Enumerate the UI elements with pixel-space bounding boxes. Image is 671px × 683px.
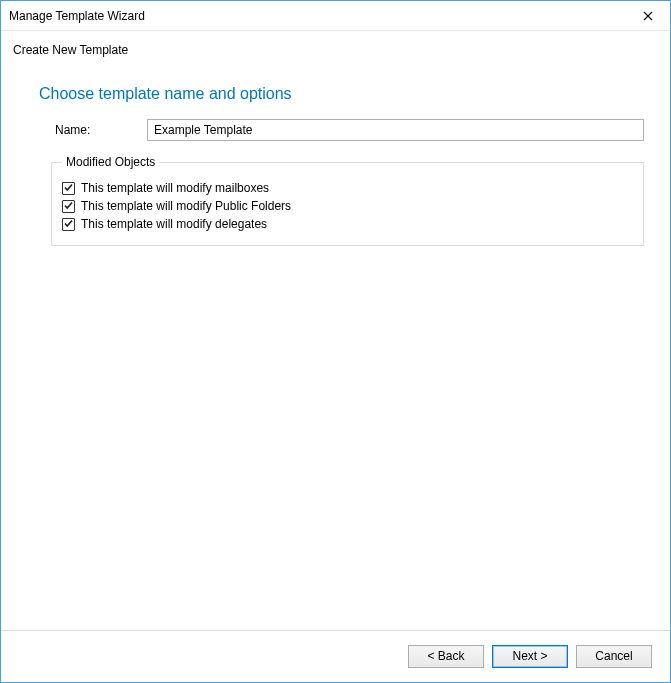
content-area: Choose template name and options Name: M… <box>1 57 670 630</box>
checkmark-icon <box>63 215 74 233</box>
check-label-mailboxes: This template will modify mailboxes <box>81 181 269 195</box>
close-button[interactable] <box>625 1 670 30</box>
footer: < Back Next > Cancel <box>1 630 670 682</box>
wizard-window: Manage Template Wizard Create New Templa… <box>0 0 671 683</box>
check-row-public-folders: This template will modify Public Folders <box>62 199 633 213</box>
name-label: Name: <box>55 123 147 137</box>
checkbox-mailboxes[interactable] <box>62 182 75 195</box>
check-label-public-folders: This template will modify Public Folders <box>81 199 291 213</box>
back-button[interactable]: < Back <box>408 645 484 668</box>
wizard-subtitle: Create New Template <box>1 31 670 57</box>
checkbox-public-folders[interactable] <box>62 200 75 213</box>
checkmark-icon <box>63 197 74 215</box>
cancel-button[interactable]: Cancel <box>576 645 652 668</box>
name-input[interactable] <box>147 119 644 141</box>
check-label-delegates: This template will modify delegates <box>81 217 267 231</box>
fieldset-legend: Modified Objects <box>62 155 159 169</box>
check-row-mailboxes: This template will modify mailboxes <box>62 181 633 195</box>
checkmark-icon <box>63 179 74 197</box>
checkbox-delegates[interactable] <box>62 218 75 231</box>
window-title: Manage Template Wizard <box>1 9 145 23</box>
modified-objects-fieldset: Modified Objects This template will modi… <box>51 155 644 246</box>
page-heading: Choose template name and options <box>39 85 644 103</box>
close-icon <box>643 7 653 25</box>
next-button[interactable]: Next > <box>492 645 568 668</box>
check-row-delegates: This template will modify delegates <box>62 217 633 231</box>
titlebar: Manage Template Wizard <box>1 1 670 31</box>
name-row: Name: <box>55 119 644 141</box>
